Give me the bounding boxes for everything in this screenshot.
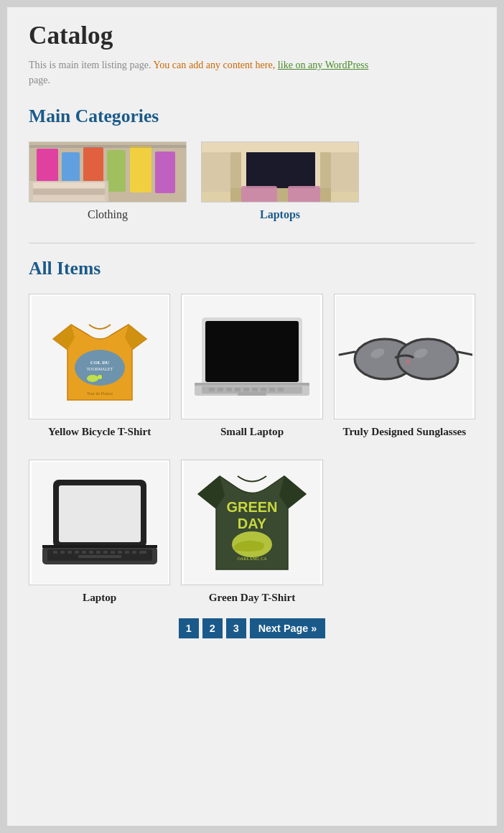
svg-rect-7 bbox=[155, 152, 175, 193]
svg-text:GREEN: GREEN bbox=[226, 499, 277, 515]
svg-rect-35 bbox=[209, 388, 215, 391]
svg-point-27 bbox=[87, 375, 98, 382]
svg-rect-21 bbox=[202, 192, 230, 203]
svg-rect-74 bbox=[78, 555, 121, 558]
svg-rect-73 bbox=[139, 551, 146, 554]
svg-rect-69 bbox=[111, 551, 115, 554]
page-2-button[interactable]: 2 bbox=[202, 618, 223, 638]
svg-rect-41 bbox=[261, 388, 266, 391]
item-laptop-image bbox=[29, 460, 170, 585]
svg-rect-11 bbox=[33, 189, 105, 195]
svg-rect-62 bbox=[60, 551, 65, 554]
svg-rect-72 bbox=[132, 551, 136, 554]
categories-grid: Clothing bbox=[29, 141, 475, 221]
svg-rect-12 bbox=[33, 195, 105, 201]
svg-rect-40 bbox=[252, 388, 258, 391]
all-items-title: All Items bbox=[29, 258, 475, 279]
svg-rect-75 bbox=[42, 545, 157, 548]
item-greenday-tshirt-label: Green Day T-Shirt bbox=[209, 591, 295, 604]
svg-point-53 bbox=[406, 359, 410, 365]
categories-title: Main Categories bbox=[29, 106, 475, 127]
category-clothing-image bbox=[29, 141, 187, 203]
svg-rect-61 bbox=[53, 551, 57, 554]
item-small-laptop-label: Small Laptop bbox=[220, 425, 284, 438]
svg-rect-22 bbox=[331, 192, 358, 203]
svg-rect-19 bbox=[288, 186, 320, 203]
next-page-button[interactable]: Next Page » bbox=[250, 618, 326, 638]
page-container: Catalog This is main item listing page. … bbox=[7, 7, 497, 826]
svg-rect-18 bbox=[241, 186, 277, 203]
svg-rect-10 bbox=[33, 182, 105, 188]
svg-text:OAKLAND, CA: OAKLAND, CA bbox=[237, 557, 267, 561]
svg-point-28 bbox=[98, 375, 102, 379]
category-laptops[interactable]: Laptops bbox=[201, 141, 359, 221]
item-small-laptop-image bbox=[181, 294, 322, 419]
svg-rect-5 bbox=[107, 150, 126, 192]
category-laptops-label: Laptops bbox=[260, 208, 300, 221]
svg-text:TOURMALET: TOURMALET bbox=[86, 367, 113, 371]
svg-rect-65 bbox=[82, 551, 86, 554]
svg-rect-71 bbox=[125, 551, 129, 554]
svg-rect-67 bbox=[96, 551, 101, 554]
intro-text: This is main item listing page. You can … bbox=[29, 57, 475, 88]
page-title: Catalog bbox=[29, 22, 475, 50]
item-sunglasses[interactable]: Truly Designed Sunglasses bbox=[334, 294, 475, 438]
item-laptop-label: Laptop bbox=[83, 591, 116, 604]
svg-rect-64 bbox=[75, 551, 79, 554]
svg-rect-58 bbox=[59, 485, 141, 542]
svg-rect-6 bbox=[130, 146, 151, 192]
item-small-laptop[interactable]: Small Laptop bbox=[181, 294, 322, 438]
item-sunglasses-label: Truly Designed Sunglasses bbox=[342, 425, 466, 438]
svg-rect-36 bbox=[218, 388, 223, 391]
svg-rect-39 bbox=[243, 388, 249, 391]
svg-rect-63 bbox=[67, 551, 72, 554]
svg-rect-42 bbox=[269, 388, 275, 391]
section-divider bbox=[29, 243, 475, 243]
svg-rect-20 bbox=[202, 141, 358, 152]
pagination: 1 2 3 Next Page » bbox=[29, 618, 475, 638]
svg-rect-8 bbox=[29, 145, 186, 148]
item-yellow-tshirt-label: Yellow Bicycle T-Shirt bbox=[48, 425, 151, 438]
item-greenday-tshirt-image: GREEN DAY OAKLAND, CA bbox=[181, 460, 322, 585]
item-yellow-tshirt-image: COL DU TOURMALET Tour de France bbox=[29, 294, 170, 419]
svg-rect-32 bbox=[205, 321, 299, 382]
item-yellow-tshirt[interactable]: COL DU TOURMALET Tour de France Yellow B… bbox=[29, 294, 170, 438]
svg-text:COL DU: COL DU bbox=[90, 360, 109, 366]
intro-text-main: This is main item listing page. bbox=[29, 59, 151, 70]
svg-text:Tour de France: Tour de France bbox=[87, 391, 113, 396]
svg-rect-45 bbox=[195, 383, 309, 386]
category-laptops-image bbox=[201, 141, 359, 203]
item-sunglasses-image bbox=[334, 294, 475, 419]
svg-text:DAY: DAY bbox=[238, 516, 267, 531]
items-grid-row1: COL DU TOURMALET Tour de France Yellow B… bbox=[29, 294, 475, 438]
svg-rect-44 bbox=[238, 392, 266, 396]
intro-text-link[interactable]: like on any WordPress bbox=[278, 59, 368, 70]
intro-text-page: page. bbox=[29, 74, 50, 85]
intro-text-orange: You can add any content here, bbox=[153, 59, 275, 70]
svg-rect-38 bbox=[235, 388, 241, 391]
svg-rect-43 bbox=[278, 388, 284, 391]
item-laptop[interactable]: Laptop bbox=[29, 460, 170, 604]
item-greenday-tshirt[interactable]: GREEN DAY OAKLAND, CA Green Day T-Shirt bbox=[181, 460, 322, 604]
page-3-button[interactable]: 3 bbox=[226, 618, 246, 638]
svg-rect-37 bbox=[226, 388, 232, 391]
category-clothing[interactable]: Clothing bbox=[29, 141, 187, 221]
item-placeholder bbox=[334, 460, 475, 604]
svg-rect-70 bbox=[118, 551, 122, 554]
svg-rect-66 bbox=[89, 551, 93, 554]
page-1-button[interactable]: 1 bbox=[179, 618, 199, 638]
items-grid-row2: Laptop GREEN DAY bbox=[29, 460, 475, 604]
svg-rect-68 bbox=[103, 551, 108, 554]
category-clothing-label: Clothing bbox=[88, 208, 128, 221]
